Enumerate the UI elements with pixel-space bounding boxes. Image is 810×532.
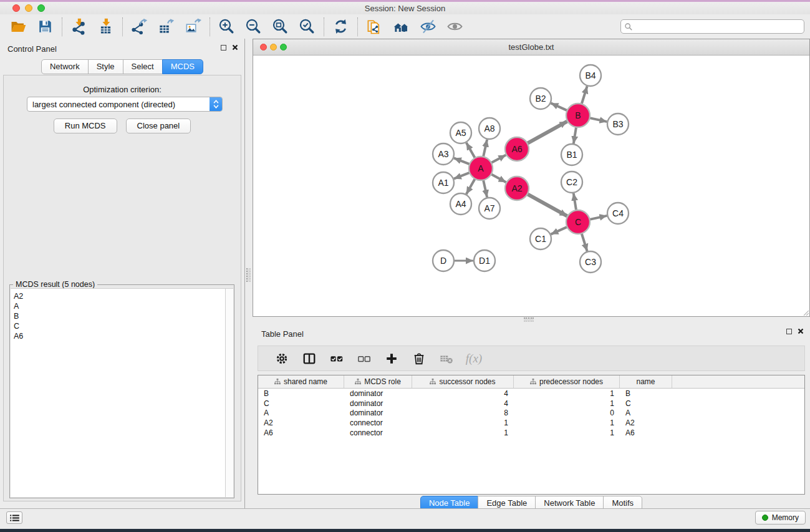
open-session-icon[interactable] (5, 16, 32, 37)
close-panel-button[interactable]: Close panel (126, 118, 191, 133)
cell-MCDS-role[interactable]: connector (344, 428, 412, 437)
graph-edge-A-A6[interactable] (491, 155, 506, 163)
select-all-icon[interactable] (323, 348, 350, 369)
table-row[interactable]: Adominator80A (258, 409, 804, 418)
cell-MCDS-role[interactable]: dominator (344, 389, 412, 398)
graph-node-A8[interactable]: A8 (479, 118, 500, 139)
add-column-icon[interactable] (378, 348, 405, 369)
graph-node-B2[interactable]: B2 (530, 88, 551, 109)
graph-node-B[interactable]: B (566, 104, 590, 127)
graph-edge-A-A4[interactable] (466, 178, 475, 195)
graph-node-C[interactable]: C (566, 210, 590, 234)
graph-node-D1[interactable]: D1 (474, 250, 495, 271)
deselect-all-icon[interactable] (350, 348, 378, 369)
cell-predecessor-nodes[interactable]: 1 (514, 418, 620, 427)
graph-node-A4[interactable]: A4 (450, 193, 471, 215)
vertical-splitter[interactable] (245, 39, 253, 511)
delete-column-icon[interactable] (405, 348, 433, 369)
column-header-predecessor-nodes[interactable]: predecessor nodes (514, 375, 620, 388)
optimization-criterion-select[interactable]: largest connected component (directed) (27, 97, 223, 112)
save-session-icon[interactable] (32, 16, 59, 37)
close-table-panel-icon[interactable] (798, 328, 804, 334)
mcds-result-item[interactable]: A (14, 301, 224, 311)
cell-shared-name[interactable]: C (258, 399, 344, 408)
mcds-result-item[interactable]: C (14, 321, 224, 331)
network-canvas[interactable]: B4B2BB3A8A5A6A3B1AC2A1A2A4A7C4CC1DD1C3 (253, 56, 809, 316)
export-network-icon[interactable] (126, 16, 153, 37)
cell-successor-nodes[interactable]: 1 (412, 418, 514, 427)
graph-node-A3[interactable]: A3 (433, 143, 454, 165)
graph-edge-C-C1[interactable] (551, 226, 567, 234)
cell-MCDS-role[interactable]: dominator (344, 409, 412, 417)
cell-shared-name[interactable]: A2 (258, 418, 344, 427)
cell-successor-nodes[interactable]: 1 (412, 428, 514, 437)
task-history-button[interactable] (6, 511, 22, 524)
mcds-result-item[interactable]: B (14, 311, 224, 321)
cell-shared-name[interactable]: A (258, 409, 344, 417)
graph-node-A2[interactable]: A2 (505, 177, 529, 200)
cell-successor-nodes[interactable]: 4 (412, 399, 514, 408)
graph-node-C1[interactable]: C1 (530, 228, 551, 249)
cell-name[interactable]: C (620, 399, 672, 408)
tab-select[interactable]: Select (123, 59, 163, 74)
table-row[interactable]: A6connector11A6 (258, 428, 804, 438)
horizontal-splitter[interactable] (253, 317, 810, 322)
mcds-result-list[interactable]: A2ABCA6 (11, 288, 233, 497)
cell-predecessor-nodes[interactable]: 1 (514, 389, 620, 398)
cell-successor-nodes[interactable]: 4 (412, 389, 514, 398)
search-field[interactable] (620, 19, 804, 34)
graph-edge-A-A5[interactable] (466, 143, 475, 159)
vertical-splitter-grip[interactable] (246, 268, 251, 282)
new-network-from-selection-icon[interactable] (361, 16, 388, 37)
graph-node-A5[interactable]: A5 (450, 122, 471, 143)
first-neighbors-icon[interactable] (388, 16, 415, 37)
cell-shared-name[interactable]: B (258, 389, 344, 398)
graph-node-A1[interactable]: A1 (433, 172, 454, 193)
graph-node-A[interactable]: A (469, 157, 493, 180)
cell-predecessor-nodes[interactable]: 1 (514, 428, 620, 437)
table-columns-icon[interactable] (296, 348, 323, 369)
column-header-successor-nodes[interactable]: successor nodes (412, 375, 514, 388)
zoom-selected-icon[interactable] (294, 16, 321, 37)
cell-predecessor-nodes[interactable]: 1 (514, 399, 620, 408)
zoom-in-icon[interactable] (213, 16, 240, 37)
cell-predecessor-nodes[interactable]: 0 (514, 409, 620, 417)
cell-successor-nodes[interactable]: 8 (412, 409, 514, 417)
graph-node-B4[interactable]: B4 (580, 65, 601, 86)
graph-edge-C-C2[interactable] (574, 193, 576, 211)
table-row[interactable]: Bdominator41B (258, 389, 804, 399)
result-list-scrollbar[interactable] (225, 289, 233, 497)
column-header-MCDS-role[interactable]: MCDS role (344, 375, 412, 388)
close-panel-icon[interactable] (232, 44, 238, 51)
horizontal-splitter-grip[interactable] (524, 317, 534, 322)
graph-node-C3[interactable]: C3 (580, 251, 601, 273)
import-network-icon[interactable] (65, 16, 92, 37)
cell-name[interactable]: A2 (620, 418, 672, 427)
table-settings-icon[interactable] (268, 348, 296, 369)
column-header-shared-name[interactable]: shared name (258, 375, 344, 388)
graph-edge-A6-B[interactable] (527, 122, 567, 144)
cell-name[interactable]: A6 (620, 428, 672, 437)
zoom-out-icon[interactable] (240, 16, 267, 37)
export-image-icon[interactable] (180, 16, 206, 37)
mcds-result-item[interactable]: A2 (14, 291, 224, 301)
graph-edge-C-C3[interactable] (581, 233, 587, 251)
show-all-icon[interactable] (441, 16, 468, 37)
tab-network[interactable]: Network (41, 59, 89, 74)
graph-node-D[interactable]: D (433, 250, 454, 271)
memory-button[interactable]: Memory (755, 511, 806, 525)
graph-edge-C-C4[interactable] (589, 216, 607, 220)
graph-edge-A-A2[interactable] (491, 174, 506, 183)
graph-edge-B-B2[interactable] (551, 103, 567, 110)
graph-edge-A-A1[interactable] (454, 172, 470, 178)
apply-layout-icon[interactable] (327, 16, 354, 37)
hide-selection-icon[interactable] (415, 16, 441, 37)
cell-name[interactable]: B (620, 389, 672, 398)
graph-edge-B-B1[interactable] (574, 127, 576, 143)
graph-node-B3[interactable]: B3 (607, 114, 629, 135)
tab-mcds[interactable]: MCDS (162, 59, 203, 74)
resize-corner-icon[interactable] (803, 309, 809, 316)
graph-edge-A-A8[interactable] (483, 140, 487, 158)
column-header-name[interactable]: name (620, 375, 672, 388)
graph-node-C2[interactable]: C2 (561, 172, 582, 193)
